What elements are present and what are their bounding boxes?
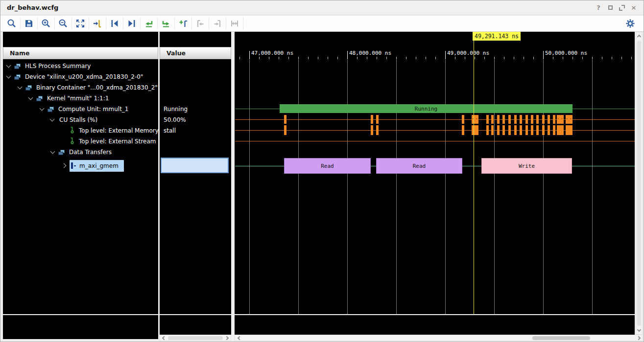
waveform-canvas[interactable]: 47,000.000 ns48,000.000 ns49,000.000 ns5… [235, 32, 635, 335]
tree-label[interactable]: CU Stalls (%) [58, 115, 99, 124]
collapse-arrow-icon[interactable] [40, 106, 45, 111]
grid-line [249, 60, 250, 314]
selected-row-highlight[interactable]: m_axi_gmem [70, 160, 124, 172]
tree-label[interactable]: Device "xilinx_u200_xdma_201830_2-0" [24, 72, 144, 81]
go-to-time-icon[interactable] [89, 17, 106, 30]
collapse-arrow-icon[interactable] [50, 117, 55, 122]
swap-next-icon[interactable] [209, 17, 226, 30]
cu-stall-pulse [491, 115, 494, 124]
previous-transition-icon[interactable] [141, 17, 158, 30]
ruler-minor-tick [318, 57, 318, 59]
expand-arrow-icon[interactable] [62, 163, 67, 168]
tree-row-top-level-external-memory[interactable]: Top level: External Memory [3, 125, 158, 136]
read-transfer-bar[interactable]: Read [284, 158, 371, 174]
save-icon[interactable] [21, 17, 38, 30]
cu-stall-pulse [462, 115, 464, 124]
gauge-signal-icon [69, 137, 75, 146]
tree-row-cu-stalls[interactable]: CU Stalls (%) [3, 114, 158, 125]
tree-label[interactable]: Kernel "mmult" 1:1:1 [46, 94, 110, 103]
ruler-minor-tick [602, 57, 602, 59]
scrollbar-thumb[interactable] [637, 41, 641, 326]
grid-line [494, 60, 495, 314]
value-panel-hscrollbar[interactable] [160, 335, 231, 341]
help-icon[interactable]: ? [595, 4, 602, 12]
close-icon[interactable]: × [630, 4, 638, 12]
tree-row-device-xilinx-u200-xdma-201830-2-0[interactable]: Device "xilinx_u200_xdma_201830_2-0" [3, 71, 158, 82]
tree-row-data-transfers[interactable]: Data Transfers [3, 147, 158, 158]
grid-line [347, 60, 348, 314]
ruler-minor-tick [631, 57, 632, 59]
tree-label[interactable]: HLS Process Summary [24, 62, 92, 70]
cu-stall-pulse: ·· [557, 115, 564, 124]
name-column-header[interactable]: Name [3, 47, 158, 59]
ruler-label: 49,000.000 ns [447, 50, 489, 57]
scroll-up-icon[interactable] [637, 35, 641, 39]
time-cursor-line[interactable] [474, 41, 474, 314]
maximize-icon[interactable] [606, 4, 614, 12]
selected-value-box[interactable] [161, 158, 229, 173]
search-icon[interactable] [3, 17, 21, 30]
swap-previous-icon[interactable] [192, 17, 209, 30]
write-transfer-bar[interactable]: Write [481, 158, 572, 174]
ruler-minor-tick [259, 57, 260, 59]
tree-label[interactable]: Binary Container "...00_xdma_201830_2" [35, 83, 159, 92]
scroll-right-icon[interactable] [637, 336, 641, 340]
tree-row-binary-container-00-xdma-201830-2[interactable]: Binary Container "...00_xdma_201830_2" [3, 82, 158, 93]
value-column-header[interactable]: Value [160, 47, 231, 59]
cu-stall-pulse [542, 115, 545, 124]
ruler-minor-tick [435, 57, 436, 59]
tree-label[interactable]: Top level: External Memory [77, 126, 160, 135]
toolbar [0, 16, 644, 32]
collapse-arrow-icon[interactable] [6, 63, 11, 68]
ruler-minor-tick [504, 57, 504, 59]
collapse-arrow-icon[interactable] [50, 149, 55, 154]
tree-row-hls-process-summary[interactable]: HLS Process Summary [3, 61, 158, 71]
cu-stall-pulse [520, 115, 522, 124]
time-cursor-flag[interactable]: 49,291.143 ns [473, 32, 521, 41]
tree-row-m-axi-gmem[interactable]: m_axi_gmem [3, 158, 158, 174]
scrollbar-thumb[interactable] [532, 336, 590, 340]
tree-label[interactable]: Data Transfers [68, 148, 113, 157]
tree-label[interactable]: Top level: External Stream [77, 137, 157, 146]
add-marker-icon[interactable] [175, 17, 192, 30]
memory-stall-pulse [486, 125, 489, 135]
zoom-in-icon[interactable] [38, 17, 55, 30]
previous-marker-icon[interactable] [106, 17, 123, 30]
float-window-icon[interactable] [618, 4, 626, 12]
scroll-down-icon[interactable] [637, 328, 641, 332]
zoom-out-icon[interactable] [55, 17, 72, 30]
collapse-arrow-icon[interactable] [28, 95, 33, 100]
settings-gear-icon[interactable] [621, 17, 639, 30]
zoom-fit-icon[interactable] [72, 17, 89, 30]
ruler-minor-tick [582, 57, 583, 59]
tree-row-compute-unit-mmult-1[interactable]: Compute Unit: mmult_1 [3, 104, 158, 114]
next-transition-icon[interactable] [158, 17, 175, 30]
running-state-bar[interactable]: Running [280, 104, 572, 113]
scroll-left-icon[interactable] [238, 336, 241, 340]
memory-stall-pulse [566, 125, 572, 135]
scroll-left-icon[interactable] [162, 336, 166, 340]
scroll-right-icon[interactable] [225, 336, 229, 340]
collapse-arrow-icon[interactable] [18, 85, 23, 90]
collapse-arrow-icon[interactable] [6, 74, 11, 79]
ruler-minor-tick [592, 57, 593, 59]
tree-row-top-level-external-stream[interactable]: Top level: External Stream [3, 136, 158, 147]
scrollbar-thumb[interactable] [168, 336, 223, 340]
ruler-label: 50,000.000 ns [545, 50, 587, 57]
cu-stalls-baseline [235, 119, 635, 120]
signal-name-panel: Name HLS Process SummaryDevice "xilinx_u… [3, 32, 158, 339]
tree-label[interactable]: m_axi_gmem [78, 161, 120, 170]
waveform-vscrollbar[interactable] [636, 32, 643, 335]
fit-selection-icon[interactable] [226, 17, 243, 30]
tree-row-kernel-mmult-1-1-1[interactable]: Kernel "mmult" 1:1:1 [3, 93, 158, 104]
window-title: dr_behav.wcfg [0, 4, 58, 11]
memory-stall-pulse [553, 125, 555, 135]
tree-label[interactable]: Compute Unit: mmult_1 [57, 105, 130, 114]
module-block-icon [36, 96, 43, 101]
next-marker-icon[interactable] [123, 17, 141, 30]
memory-stall-pulse [376, 125, 379, 135]
value-cell-top-level-external-memory: stall [164, 125, 176, 136]
memory-stall-pulse [520, 125, 522, 135]
read-transfer-bar[interactable]: Read [376, 158, 462, 174]
waveform-hscrollbar[interactable] [235, 335, 643, 341]
